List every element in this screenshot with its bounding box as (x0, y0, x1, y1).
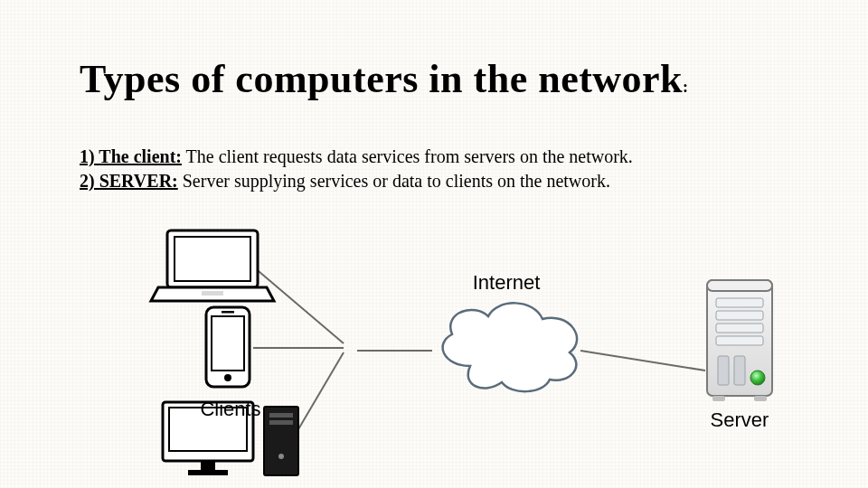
svg-rect-30 (754, 396, 767, 401)
svg-rect-7 (202, 291, 223, 296)
svg-rect-15 (188, 470, 228, 475)
svg-line-4 (580, 351, 705, 371)
clients-label: Clients (200, 398, 260, 420)
bullet-2-rest: Server supplying services or data to cli… (178, 171, 610, 191)
internet-label: Internet (473, 271, 541, 294)
bullet-1-lead: 1) The client: (80, 146, 182, 166)
svg-point-28 (750, 371, 765, 385)
title-colon: : (683, 78, 689, 96)
svg-rect-27 (734, 356, 745, 385)
svg-rect-25 (716, 336, 763, 345)
body-text: 1) The client: The client requests data … (80, 145, 633, 193)
svg-rect-11 (222, 311, 234, 314)
svg-rect-9 (212, 316, 244, 371)
svg-rect-14 (201, 461, 215, 470)
server-label: Server (711, 408, 769, 431)
svg-rect-17 (269, 413, 293, 418)
title-text: Types of computers in the network (80, 57, 683, 101)
svg-line-0 (253, 267, 344, 343)
svg-rect-23 (716, 311, 763, 320)
svg-rect-6 (175, 237, 250, 281)
bullet-2: 2) SERVER: Server supplying services or … (80, 169, 633, 193)
svg-point-19 (278, 454, 284, 459)
network-diagram: Clients Internet Server (136, 217, 823, 488)
page-title: Types of computers in the network: (80, 56, 689, 102)
svg-rect-18 (269, 420, 293, 425)
svg-rect-24 (716, 324, 763, 333)
cloud-icon (443, 303, 577, 391)
svg-rect-21 (707, 280, 772, 291)
bullet-1-rest: The client requests data services from s… (182, 146, 633, 166)
smartphone-icon (206, 307, 250, 387)
svg-rect-26 (718, 356, 729, 385)
svg-rect-29 (712, 396, 725, 401)
bullet-1: 1) The client: The client requests data … (80, 145, 633, 169)
bullet-2-lead: 2) SERVER: (80, 171, 178, 191)
server-icon (707, 280, 772, 401)
laptop-icon (151, 230, 274, 301)
svg-point-10 (224, 374, 231, 381)
svg-rect-22 (716, 298, 763, 307)
svg-line-2 (298, 352, 344, 429)
